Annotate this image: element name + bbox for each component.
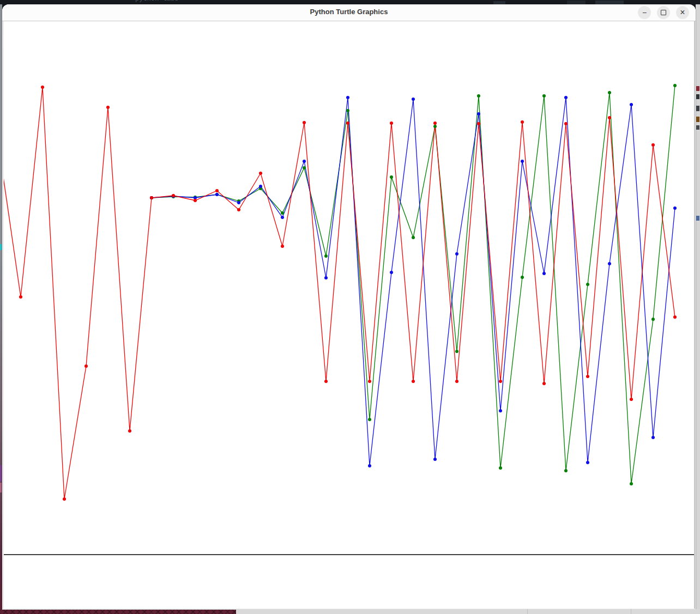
background-fragment: [0, 465, 2, 482]
minimize-icon: −: [642, 9, 647, 16]
background-fragment: [567, 1, 586, 4]
turtle-canvas[interactable]: [4, 21, 695, 609]
desktop-wallpaper: [0, 610, 236, 614]
minimize-button[interactable]: −: [638, 6, 651, 19]
window-title: Python Turtle Graphics: [2, 8, 696, 16]
window-controls: − ×: [638, 6, 689, 19]
background-fragment: [0, 244, 2, 250]
turtle-canvas-svg: [4, 21, 694, 609]
close-button[interactable]: ×: [676, 6, 689, 19]
background-right-sliver: [696, 4, 700, 614]
maximize-button[interactable]: [657, 6, 670, 19]
background-fragment: [0, 483, 2, 493]
divider: [527, 609, 528, 614]
background-fragment: [696, 86, 699, 91]
background-window-text: python labs: [135, 0, 178, 3]
background-fragment: [595, 1, 624, 4]
divider: [631, 609, 631, 614]
background-fragment: [696, 106, 699, 111]
background-fragment: [696, 125, 699, 130]
background-fragment: [696, 94, 699, 99]
turtle-window: Python Turtle Graphics − ×: [2, 4, 696, 611]
canvas-frame: [2, 21, 696, 611]
background-fragment: [696, 117, 699, 122]
title-bar[interactable]: Python Turtle Graphics − ×: [2, 4, 696, 21]
background-bottom-strip: [236, 609, 700, 614]
background-fragment: [696, 216, 699, 221]
maximize-icon: [661, 10, 666, 15]
close-icon: ×: [680, 8, 685, 17]
